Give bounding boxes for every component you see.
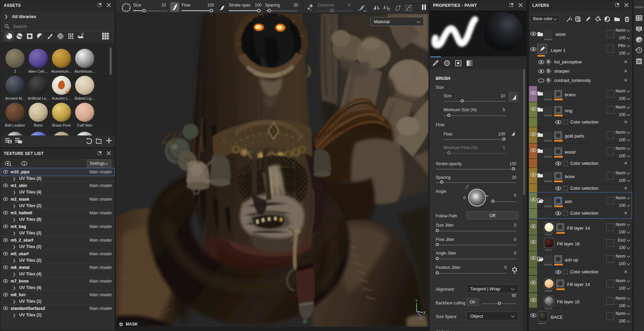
svg-text:Y: Y: [415, 299, 418, 303]
svg-text:1: 1: [23, 162, 25, 166]
svg-text:X: X: [423, 311, 426, 315]
svg-text:Z: Z: [420, 316, 422, 320]
